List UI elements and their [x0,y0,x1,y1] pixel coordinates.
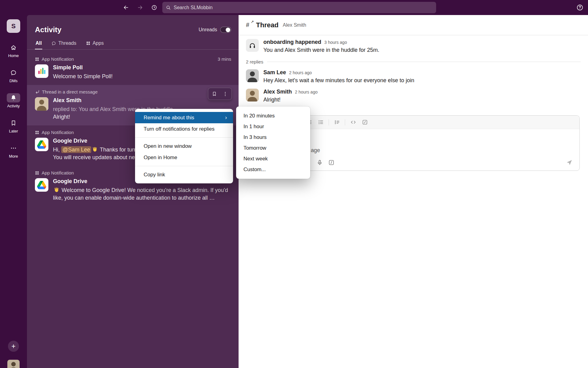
alex-smith-avatar-image [35,97,48,111]
ellipsis-icon [10,145,17,151]
wave-emoji-icon [54,187,59,193]
submenu-item-label: In 3 hours [243,134,267,140]
thread-subtitle[interactable]: Alex Smith [283,22,306,28]
headphones-icon [249,42,256,49]
thread-reply-icon [35,90,40,94]
sidebar-item-home[interactable]: Home [7,43,20,58]
alex-smith-avatar [35,97,48,111]
code-button[interactable] [349,119,357,126]
top-bar: Search SLMobbin [0,0,588,15]
app-notification-icon [35,171,39,175]
tab-apps-label: Apps [92,40,104,46]
mention-sam-lee[interactable]: @Sam Lee [61,146,91,153]
blockquote-icon [334,119,340,125]
submenu-item-20-minutes[interactable]: In 20 minutes [236,110,310,121]
menu-item-turn-off-notifications[interactable]: Turn off notifications for replies [135,123,233,135]
sidebar-item-dms[interactable]: DMs [7,68,20,83]
bullet-list-icon [318,119,324,125]
tab-threads[interactable]: Threads [51,38,77,49]
submenu-chevron-icon: › [225,114,227,121]
menu-item-remind-me[interactable]: Remind me about this › [135,112,233,123]
more-actions-button[interactable] [221,89,230,98]
item-message-text: Welcome to Simple Poll! [53,73,113,80]
code-block-button[interactable] [361,119,368,126]
item-message-text: Hi, @Sam Lee Thanks for turning [53,146,144,153]
search-input[interactable]: Search SLMobbin [162,2,436,13]
audio-record-button[interactable] [315,158,324,167]
help-button[interactable] [576,4,583,11]
menu-item-open-new-window[interactable]: Open in new window [135,140,233,152]
message-timestamp[interactable]: 3 hours ago [324,40,347,45]
sidebar-item-more[interactable]: More [7,144,20,159]
blockquote-button[interactable] [333,119,341,126]
send-button[interactable] [564,158,575,167]
submenu-item-custom[interactable]: Custom... [236,164,310,175]
slash-command-icon [328,159,334,166]
message-timestamp[interactable]: 2 hours ago [289,70,312,75]
google-drive-avatar [35,138,48,151]
tab-apps[interactable]: Apps [85,38,104,49]
message-sender-name[interactable]: Sam Lee [263,69,286,76]
simple-poll-avatar [35,64,48,78]
simple-poll-logo-icon [37,66,47,76]
arrow-left-icon [123,4,129,11]
menu-item-label: Open in Home [144,155,177,161]
message-context-menu: Remind me about this › Turn off notifica… [135,109,233,183]
tab-all[interactable]: All [35,38,42,49]
bell-icon [10,94,17,101]
bullet-list-button[interactable] [317,119,324,126]
history-button[interactable] [150,4,158,12]
item-sender-name: Simple Poll [53,64,113,71]
message-body: You and Alex Smith were in the huddle fo… [263,46,379,54]
menu-item-copy-link[interactable]: Copy link [135,169,233,180]
microphone-icon [317,159,323,166]
toolbar-divider [345,119,345,125]
thread-title: Thread [256,21,278,29]
toggle-knob [226,28,230,32]
submenu-item-tomorrow[interactable]: Tomorrow [236,143,310,153]
sidebar-item-later[interactable]: Later [7,118,20,133]
search-icon [166,5,171,10]
message-sam-lee: Sam Lee 2 hours ago Hey Alex, let's wait… [239,66,588,85]
submenu-item-3-hours[interactable]: In 3 hours [236,132,310,143]
message-timestamp[interactable]: 2 hours ago [295,90,318,94]
history-back-button[interactable] [122,4,130,12]
history-forward-button[interactable] [136,4,144,12]
alex-smith-avatar[interactable] [246,89,259,102]
submenu-item-next-week[interactable]: Next week [236,153,310,164]
composer-placeholder-fragment[interactable]: age [311,147,320,154]
sidebar-label-activity: Activity [7,104,20,108]
remind-submenu: In 20 minutes In 1 hour In 3 hours Tomor… [236,106,310,179]
sidebar-label-home: Home [8,53,19,58]
shortcuts-button[interactable] [327,158,336,167]
arrow-right-icon [137,4,143,11]
save-for-later-button[interactable] [210,89,219,98]
submenu-item-1-hour[interactable]: In 1 hour [236,121,310,132]
thread-pane: #↗ Thread Alex Smith onboarding happened… [239,15,588,368]
item-message-text-2: You will receive updates about ne [53,154,144,161]
divider-line [267,62,581,62]
send-plane-icon [566,159,573,166]
unreads-toggle[interactable] [220,27,231,33]
kebab-menu-icon [222,91,228,97]
menu-item-label: Open in new window [144,143,192,149]
message-body: Hey Alex, let's wait a few minutes for o… [263,77,414,84]
menu-divider [135,166,233,166]
user-avatar[interactable] [7,360,20,368]
message-text-fragment: Hi, [53,147,61,153]
apps-grid-icon [86,41,90,45]
sidebar-item-activity[interactable]: Activity [7,93,20,108]
activity-item-simple-poll[interactable]: App Notification 3 mins Simple Poll Welc… [27,52,239,85]
thread-header: #↗ Thread Alex Smith [239,15,588,35]
message-sender-name: onboarding happened [263,39,321,45]
sam-lee-avatar[interactable] [246,69,259,82]
menu-item-open-in-home[interactable]: Open in Home [135,152,233,163]
item-message-text: Welcome to Google Drive! We noticed you'… [53,186,231,201]
code-block-icon [362,119,368,125]
workspace-switcher-button[interactable]: S [7,19,20,33]
create-new-button[interactable]: + [8,341,19,352]
search-placeholder: Search SLMobbin [174,5,213,10]
alex-smith-avatar-image [246,89,259,102]
item-sender-name: Alex Smith [53,97,173,104]
message-sender-name[interactable]: Alex Smith [263,89,292,95]
